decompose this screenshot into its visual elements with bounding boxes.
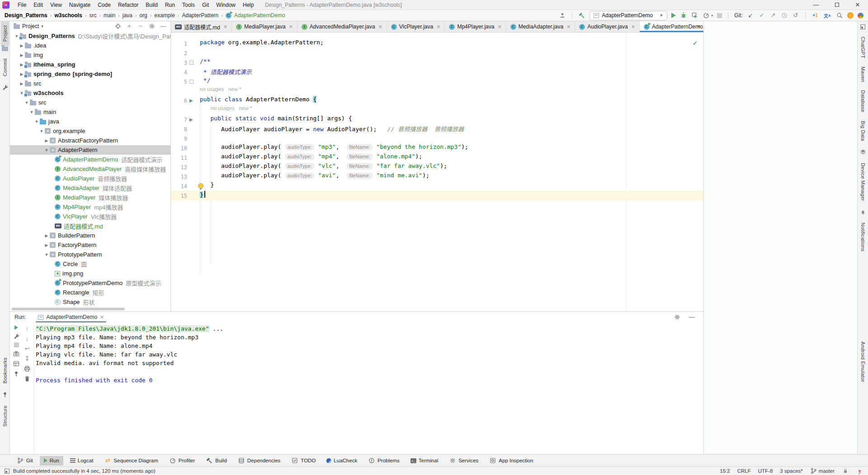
editor-tab-MediaAdapter-java[interactable]: CMediaAdapter.java✕ — [506, 21, 576, 32]
menu-item-view[interactable]: View — [47, 0, 66, 10]
tree-item-.idea[interactable]: ▶.idea — [10, 41, 170, 50]
tree-item-AdapterPatternDemo[interactable]: CAdapterPatternDemo适配器模式演示 — [10, 155, 170, 164]
menu-item-window[interactable]: Window — [212, 0, 239, 10]
editor-tab-AdvancedMediaPlayer-java[interactable]: IAdvancedMediaPlayer.java✕ — [297, 21, 387, 32]
menu-item-git[interactable]: Git — [198, 0, 212, 10]
tree-chevron-icon[interactable]: ▼ — [43, 148, 50, 152]
toolwindow-button-sequence-diagram[interactable]: ⇄Sequence Diagram — [100, 456, 162, 466]
tree-item-适配器模式.md[interactable]: MD适配器模式.md — [10, 221, 170, 231]
stripe-tab-device-manager[interactable]: Device Manager — [859, 159, 867, 205]
git-rollback-button[interactable]: ↺ — [792, 12, 799, 19]
tree-item-src[interactable]: ▶src — [10, 79, 170, 88]
tree-item-PrototypePattern[interactable]: ▼PrototypePattern — [10, 250, 170, 259]
tab-close-icon[interactable]: ✕ — [436, 24, 440, 30]
console-output[interactable]: "C:\Program Files\Java\jdk1.8.0_201\bin\… — [33, 323, 703, 454]
plugin-plusone-icon[interactable]: +1 — [811, 12, 819, 19]
restore-layout-button[interactable] — [13, 360, 20, 367]
tree-item-PrototypePatternDemo[interactable]: CPrototypePatternDemo原型模式演示 — [10, 278, 170, 288]
git-update-button[interactable]: ↙ — [747, 12, 754, 19]
tree-chevron-icon[interactable]: ▶ — [19, 81, 25, 86]
tree-item-Rectangle[interactable]: CRectangle矩形 — [10, 288, 170, 297]
toolwindow-button-terminal[interactable]: >_Terminal — [406, 456, 442, 466]
collapse-all-icon[interactable]: − — [137, 23, 144, 30]
run-with-coverage-button[interactable] — [691, 12, 698, 19]
toolwindow-button-services[interactable]: Services — [445, 456, 482, 466]
tree-chevron-icon[interactable]: ▼ — [28, 110, 35, 114]
tree-item-Circle[interactable]: CCircle圆 — [10, 259, 170, 269]
maximize-button[interactable] — [826, 0, 847, 10]
tree-item-BuilderPattern[interactable]: ▶BuilderPattern — [10, 231, 170, 240]
tab-close-icon[interactable]: ✕ — [289, 24, 293, 30]
tree-item-img[interactable]: ▶img — [10, 50, 170, 60]
notifications-tool-icon[interactable] — [859, 208, 867, 215]
expand-all-icon[interactable]: + — [126, 23, 133, 30]
tab-close-icon[interactable]: ✕ — [497, 24, 501, 30]
tree-chevron-icon[interactable]: ▼ — [43, 252, 50, 257]
toolwindow-button-dependencies[interactable]: Dependencies — [234, 456, 285, 466]
stripe-tab-project[interactable]: Project — [1, 21, 9, 46]
stripe-tab-notifications[interactable]: Notifications — [859, 218, 867, 256]
lock-icon[interactable] — [842, 467, 849, 475]
fold-marker-icon[interactable] — [189, 61, 193, 65]
stripe-tab-commit[interactable]: Commit — [1, 54, 9, 81]
clear-console-button[interactable] — [24, 375, 31, 382]
tree-item-AbstractFactoryPattern[interactable]: ▶AbstractFactoryPattern — [10, 136, 170, 145]
stripe-tab-big-data[interactable]: Big Data — [859, 117, 867, 145]
file-encoding[interactable]: UTF-8 — [758, 468, 773, 474]
stripe-tab-chatgpt[interactable]: ChatGPT — [859, 33, 867, 62]
scroll-to-end-button[interactable]: ↧ — [24, 355, 31, 362]
profile-icon[interactable] — [559, 12, 566, 19]
tree-item-AudioPlayer[interactable]: CAudioPlayer音频播放器 — [10, 174, 170, 183]
line-ending[interactable]: CRLF — [737, 468, 751, 474]
git-commit-button[interactable]: ✓ — [758, 12, 765, 19]
git-history-button[interactable] — [781, 12, 788, 19]
stripe-tab-maven[interactable]: Maven — [859, 62, 867, 86]
breadcrumb-item[interactable]: main — [104, 12, 115, 19]
inspections-ok-icon[interactable]: ✓ — [693, 40, 698, 47]
chevron-down-icon[interactable]: ▾ — [711, 14, 713, 18]
run-settings-icon[interactable] — [674, 314, 681, 321]
breadcrumb-item[interactable]: AdapterPattern — [182, 12, 219, 19]
git-push-button[interactable]: ↗ — [769, 12, 777, 19]
breadcrumb-item[interactable]: src — [89, 12, 96, 19]
editor-tab-AudioPlayer-java[interactable]: CAudioPlayer.java✕ — [575, 21, 640, 32]
rerun-button[interactable] — [14, 325, 18, 330]
toolwindow-button-run[interactable]: Run — [40, 456, 63, 466]
soft-wrap-button[interactable]: ↩ — [24, 345, 31, 352]
breadcrumb-item[interactable]: Design_Patterns — [5, 12, 47, 19]
editor-tab-适配器模式-md[interactable]: MD适配器模式.md✕ — [171, 21, 232, 32]
stripe-tab-structure[interactable]: Structure — [1, 401, 9, 431]
menu-item-run[interactable]: Run — [161, 0, 179, 10]
stripe-tab-database[interactable]: Database — [859, 86, 867, 117]
tree-chevron-icon[interactable]: ▶ — [43, 243, 50, 247]
tree-item-itheima_spring[interactable]: ▶itheima_spring — [10, 60, 170, 69]
pin-tool-icon[interactable] — [1, 391, 9, 398]
menu-item-code[interactable]: Code — [94, 0, 114, 10]
tab-close-icon[interactable]: ✕ — [631, 24, 635, 30]
wrench-tool-icon[interactable] — [1, 84, 9, 91]
pin-tab-button[interactable] — [13, 370, 20, 377]
menu-item-help[interactable]: Help — [239, 0, 258, 10]
stripe-tab-bookmarks[interactable]: Bookmarks — [1, 353, 9, 388]
tree-chevron-icon[interactable]: ▼ — [33, 119, 40, 124]
menu-item-navigate[interactable]: Navigate — [66, 0, 94, 10]
tree-item-FactoryPattern[interactable]: ▶FactoryPattern — [10, 240, 170, 250]
folder-tool-icon[interactable] — [2, 47, 8, 51]
menu-item-refactor[interactable]: Refactor — [114, 0, 142, 10]
breadcrumb-item[interactable]: example — [154, 12, 175, 19]
tree-chevron-icon[interactable]: ▶ — [43, 233, 50, 238]
prev-occurrence-button[interactable]: ↑ — [24, 325, 31, 332]
thread-dump-button[interactable] — [13, 350, 20, 357]
tree-item-img.png[interactable]: img.png — [10, 269, 170, 278]
breadcrumb-item[interactable]: java — [123, 12, 132, 19]
plugin-ball-icon[interactable] — [858, 13, 863, 19]
toolwindow-button-problems[interactable]: Problems — [364, 456, 404, 466]
profiler-button[interactable] — [703, 12, 710, 19]
horizontal-scrollbar[interactable] — [12, 308, 125, 310]
tree-chevron-icon[interactable]: ▶ — [43, 138, 50, 143]
tree-item-java[interactable]: ▼java — [10, 117, 170, 126]
tab-close-icon[interactable]: ✕ — [566, 24, 571, 30]
toolwindow-button-build[interactable]: Build — [202, 456, 231, 466]
print-console-button[interactable] — [24, 365, 31, 372]
edit-configuration-button[interactable] — [13, 332, 20, 340]
